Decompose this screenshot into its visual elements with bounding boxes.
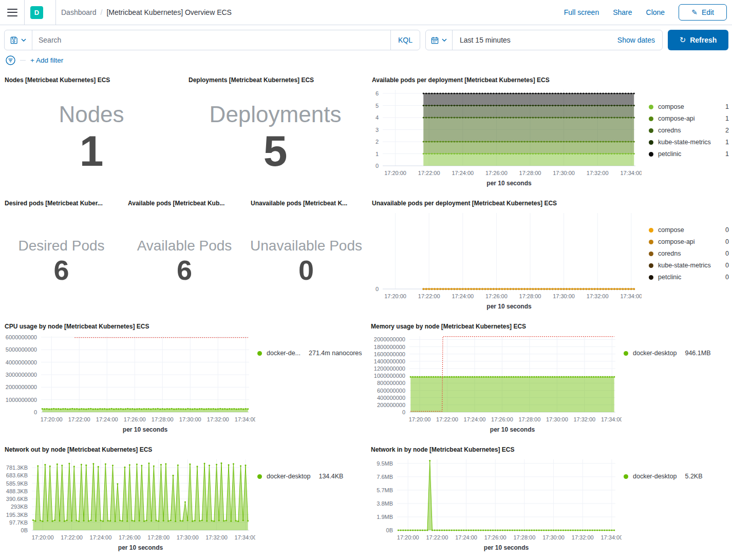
svg-text:17:34:00: 17:34:00 xyxy=(620,293,642,299)
svg-text:17:26:00: 17:26:00 xyxy=(491,416,513,422)
legend-item-docker-desktop[interactable]: docker-desktop946.1MB xyxy=(624,350,732,357)
legend-item-compose[interactable]: compose1 xyxy=(649,103,729,110)
svg-text:17:34:00: 17:34:00 xyxy=(601,534,622,540)
clone-button[interactable]: Clone xyxy=(646,8,665,16)
legend-item-petclinic[interactable]: petclinic0 xyxy=(649,274,729,281)
svg-text:17:32:00: 17:32:00 xyxy=(207,416,229,422)
legend-color-dot xyxy=(649,240,653,244)
available-pods-per-deployment-chart: 17:20:0017:22:0017:24:0017:26:0017:28:00… xyxy=(367,85,642,192)
legend-item-compose[interactable]: compose0 xyxy=(649,226,729,234)
svg-text:2: 2 xyxy=(376,139,379,145)
svg-text:17:30:00: 17:30:00 xyxy=(177,534,199,540)
panel-title[interactable]: Network out by node [Metricbeat Kubernet… xyxy=(0,442,366,454)
chart-legend: docker-desktop134.4KB xyxy=(255,454,366,557)
search-box: KQL xyxy=(4,30,420,50)
legend-series-name: docker-de... xyxy=(267,350,301,357)
legend-item-compose-api[interactable]: compose-api1 xyxy=(649,115,729,122)
panel-desired-pods: Desired pods [Metricbeat Kuber... Desire… xyxy=(0,196,123,317)
panel-title[interactable]: CPU usage by node [Metricbeat Kubernetes… xyxy=(0,319,366,331)
legend-item-compose-api[interactable]: compose-api0 xyxy=(649,238,729,245)
filter-menu-icon[interactable] xyxy=(6,55,15,65)
svg-text:per 10 seconds: per 10 seconds xyxy=(486,303,532,310)
legend-series-value: 5.2KB xyxy=(685,473,702,480)
legend-series-value: 1 xyxy=(725,103,729,110)
legend-item-kube-state-metrics[interactable]: kube-state-metrics1 xyxy=(649,139,729,146)
svg-text:0B: 0B xyxy=(386,527,393,533)
legend-color-dot xyxy=(257,351,262,356)
filter-bar: + Add filter xyxy=(0,54,732,70)
legend-color-dot xyxy=(649,105,653,109)
query-language-kql-button[interactable]: KQL xyxy=(390,30,420,50)
svg-text:17:28:00: 17:28:00 xyxy=(519,170,541,176)
panel-cpu-usage: CPU usage by node [Metricbeat Kubernetes… xyxy=(0,319,366,440)
svg-text:400000000: 400000000 xyxy=(377,395,405,401)
filter-divider xyxy=(20,60,26,61)
svg-text:17:26:00: 17:26:00 xyxy=(485,293,508,299)
show-dates-button[interactable]: Show dates xyxy=(617,30,662,50)
svg-text:17:20:00: 17:20:00 xyxy=(409,416,431,422)
full-screen-button[interactable]: Full screen xyxy=(564,8,599,16)
svg-text:7.6MB: 7.6MB xyxy=(377,474,393,480)
legend-series-value: 0 xyxy=(725,250,729,257)
calendar-icon xyxy=(431,36,439,44)
saved-queries-menu-button[interactable] xyxy=(5,30,32,50)
search-input[interactable] xyxy=(32,30,390,50)
svg-text:781.3KB: 781.3KB xyxy=(6,465,28,471)
legend-color-dot xyxy=(649,275,653,280)
refresh-button[interactable]: ↻ Refresh xyxy=(668,30,728,50)
svg-text:17:22:00: 17:22:00 xyxy=(418,293,440,299)
legend-series-name: compose-api xyxy=(658,238,721,245)
date-quick-select-button[interactable] xyxy=(426,30,453,50)
panel-title[interactable]: Deployments [Metricbeat Kubernetes] ECS xyxy=(184,72,367,85)
legend-series-name: docker-desktop xyxy=(633,350,677,357)
panel-title[interactable]: Memory usage by node [Metricbeat Kuberne… xyxy=(366,319,732,331)
legend-series-name: coredns xyxy=(658,127,721,134)
panel-title[interactable]: Available pods [Metricbeat Kub... xyxy=(123,196,246,208)
metric-label: Deployments xyxy=(210,102,342,128)
svg-text:1.9MB: 1.9MB xyxy=(377,514,393,520)
legend-item-docker-desktop[interactable]: docker-desktop134.4KB xyxy=(257,473,366,480)
hamburger-menu-icon[interactable] xyxy=(7,9,17,16)
svg-text:17:22:00: 17:22:00 xyxy=(418,170,440,176)
time-range-value[interactable]: Last 15 minutes xyxy=(453,30,617,50)
panel-title[interactable]: Nodes [Metricbeat Kubernetes] ECS xyxy=(0,72,183,85)
edit-button[interactable]: ✎ Edit xyxy=(679,4,727,21)
legend-item-coredns[interactable]: coredns0 xyxy=(649,250,729,257)
svg-text:1800000000: 1800000000 xyxy=(374,344,405,350)
add-filter-button[interactable]: + Add filter xyxy=(30,56,63,64)
share-button[interactable]: Share xyxy=(613,8,632,16)
legend-series-name: coredns xyxy=(658,250,721,257)
dashboard-app-logo[interactable]: D xyxy=(30,6,43,19)
svg-text:2000000000: 2000000000 xyxy=(374,336,405,342)
svg-text:17:30:00: 17:30:00 xyxy=(179,416,201,422)
svg-text:17:32:00: 17:32:00 xyxy=(573,416,595,422)
legend-item-petclinic[interactable]: petclinic1 xyxy=(649,150,729,158)
panel-title[interactable]: Unavailable pods per deployment [Metricb… xyxy=(367,196,732,208)
svg-text:6000000000: 6000000000 xyxy=(6,334,37,340)
panel-network-out: Network out by node [Metricbeat Kubernet… xyxy=(0,442,366,558)
legend-color-dot xyxy=(649,228,653,233)
panel-unavailable-pods: Unavailable pods [Metricbeat K... Unavai… xyxy=(246,196,366,317)
metric-value: 0 xyxy=(298,255,314,285)
svg-text:488.3KB: 488.3KB xyxy=(6,488,28,494)
chevron-down-icon xyxy=(21,38,26,42)
unavailable-pods-per-deployment-chart: 17:20:0017:22:0017:24:0017:26:0017:28:00… xyxy=(367,208,642,316)
panel-title[interactable]: Desired pods [Metricbeat Kuber... xyxy=(0,196,123,208)
panel-title[interactable]: Available pods per deployment [Metricbea… xyxy=(367,72,732,85)
breadcrumb-dashboard-link[interactable]: Dashboard xyxy=(61,8,97,16)
svg-text:17:22:00: 17:22:00 xyxy=(61,534,83,540)
svg-text:17:28:00: 17:28:00 xyxy=(147,534,170,540)
legend-series-name: docker-desktop xyxy=(633,473,677,480)
legend-item-docker-de...[interactable]: docker-de...271.4m nanocores xyxy=(257,350,366,357)
panel-title[interactable]: Unavailable pods [Metricbeat K... xyxy=(246,196,366,208)
legend-color-dot xyxy=(649,128,653,133)
legend-item-kube-state-metrics[interactable]: kube-state-metrics0 xyxy=(649,262,729,269)
legend-item-docker-desktop[interactable]: docker-desktop5.2KB xyxy=(624,473,732,480)
legend-item-coredns[interactable]: coredns2 xyxy=(649,127,729,134)
metric-value: 6 xyxy=(53,255,69,285)
dashboard-grid: Nodes [Metricbeat Kubernetes] ECS Nodes … xyxy=(0,70,732,559)
svg-text:5: 5 xyxy=(376,103,379,109)
svg-text:17:28:00: 17:28:00 xyxy=(514,534,536,540)
svg-text:9.5MB: 9.5MB xyxy=(377,460,393,467)
panel-title[interactable]: Network in by node [Metricbeat Kubernete… xyxy=(366,442,732,454)
